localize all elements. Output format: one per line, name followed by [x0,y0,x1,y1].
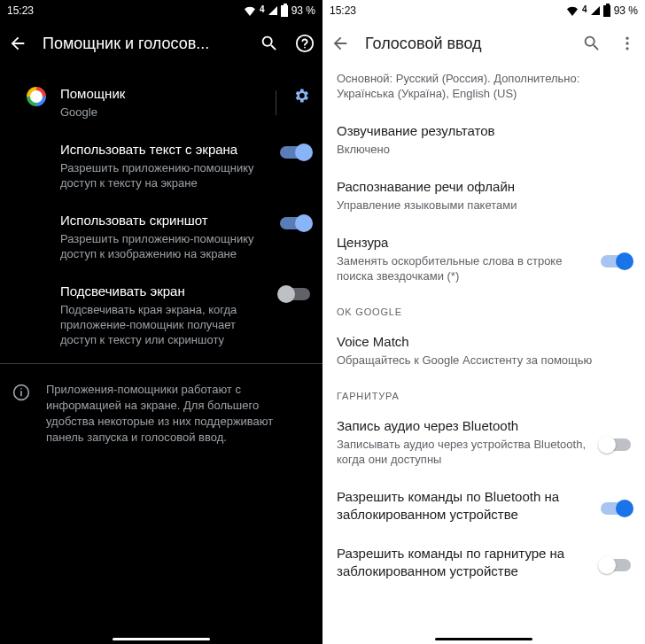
nav-handle[interactable] [435,638,532,640]
search-button[interactable] [581,33,602,54]
setting-title: Цензура [337,234,594,252]
svg-point-0 [297,35,313,51]
setting-offline-recognition[interactable]: Распознавание речи офлайн Управление язы… [322,167,645,223]
divider-vertical [276,90,276,115]
setting-title: Разрешить команды по гарнитуре на заблок… [337,545,594,580]
toggle-use-screenshot[interactable] [280,217,310,229]
svg-point-6 [626,42,628,44]
page-title: Голосовой ввод [365,35,567,53]
language-row[interactable]: Основной: Русский (Россия). Дополнительн… [322,66,645,112]
setting-subtitle: Подсвечивать края экрана, когда приложен… [60,302,271,347]
svg-point-7 [626,47,628,50]
divider [0,363,322,364]
toggle-censorship[interactable] [601,255,631,268]
battery-icon [603,5,610,17]
page-title: Помощник и голосов... [43,35,245,53]
svg-point-4 [20,388,22,390]
app-bar: Голосовой ввод [322,21,645,66]
right-pane: 15:23 4 93 % Голосовой ввод [322,0,645,644]
setting-voice-match[interactable]: Voice Match Обращайтесь к Google Ассисте… [322,322,645,378]
assistant-subtitle: Google [60,105,270,120]
setting-subtitle: Разрешить приложению-помощнику доступ к … [60,160,271,190]
setting-subtitle: Заменять оскорбительные слова в строке п… [337,253,594,283]
status-bar: 15:23 4 93 % [322,0,645,21]
network-label: 4 [582,4,587,14]
battery-icon [281,5,288,17]
signal-icon [591,6,600,15]
setting-title: Разрешить команды по Bluetooth на заблок… [337,488,594,524]
setting-use-text[interactable]: Использовать текст с экрана Разрешить пр… [0,130,322,201]
status-bar: 15:23 4 93 % [0,0,322,21]
nav-handle[interactable] [113,638,210,640]
setting-speech-output[interactable]: Озвучивание результатов Включено [322,112,645,167]
setting-subtitle: Обращайтесь к Google Ассистенту за помощ… [337,353,624,368]
wifi-icon [244,6,256,16]
google-icon [27,87,46,106]
toggle-use-text[interactable] [280,146,310,159]
toggle-headset-lockscreen[interactable] [601,559,631,571]
setting-title: Использовать текст с экрана [60,141,271,159]
setting-subtitle: Включено [337,142,624,157]
battery-percent: 93 % [614,4,638,17]
setting-flash-screen[interactable]: Подсвечивать экран Подсвечивать края экр… [0,272,322,358]
setting-subtitle: Разрешить приложению-помощнику доступ к … [60,231,271,261]
svg-point-5 [626,37,628,40]
setting-title: Использовать скриншот [60,212,271,229]
language-subtitle: Основной: Русский (Россия). Дополнительн… [337,71,624,101]
signal-icon [268,6,277,15]
search-button[interactable] [259,33,280,54]
setting-censorship[interactable]: Цензура Заменять оскорбительные слова в … [322,223,645,294]
setting-title: Voice Match [337,333,624,351]
back-button[interactable] [330,33,351,54]
status-time: 15:23 [330,4,356,17]
setting-title: Распознавание речи офлайн [337,178,624,196]
toggle-bt-audio[interactable] [601,438,631,451]
info-row: Приложения-помощники работают с информац… [0,369,322,458]
help-button[interactable] [294,33,315,54]
setting-subtitle: Управление языковыми пакетами [337,198,624,213]
wifi-icon [566,6,579,16]
assistant-title: Помощник [60,85,270,103]
setting-use-screenshot[interactable]: Использовать скриншот Разрешить приложен… [0,201,322,272]
toggle-flash-screen[interactable] [280,288,310,300]
setting-subtitle: Записывать аудио через устройства Blueto… [337,437,594,467]
info-icon [12,384,30,401]
info-text: Приложения-помощники работают с информац… [46,382,310,446]
svg-point-1 [304,47,306,49]
setting-title: Запись аудио через Bluetooth [337,417,594,435]
status-time: 15:23 [7,4,34,17]
setting-bt-audio[interactable]: Запись аудио через Bluetooth Записывать … [322,407,645,477]
setting-title: Подсвечивать экран [60,283,271,300]
assistant-row[interactable]: Помощник Google [0,74,322,130]
toggle-bt-lockscreen[interactable] [601,502,631,515]
setting-bt-lockscreen[interactable]: Разрешить команды по Bluetooth на заблок… [322,477,645,534]
section-ok-google: OK GOOGLE [322,294,645,322]
setting-title: Озвучивание результатов [337,122,624,140]
network-label: 4 [260,4,265,14]
section-headset: ГАРНИТУРА [322,378,645,407]
overflow-button[interactable] [617,33,638,54]
app-bar: Помощник и голосов... [0,21,322,66]
assistant-settings-button[interactable] [289,85,310,105]
left-pane: 15:23 4 93 % Помощник и голосов... [0,0,322,644]
setting-headset-lockscreen[interactable]: Разрешить команды по гарнитуре на заблок… [322,534,645,591]
battery-percent: 93 % [291,4,315,17]
back-button[interactable] [7,33,28,54]
